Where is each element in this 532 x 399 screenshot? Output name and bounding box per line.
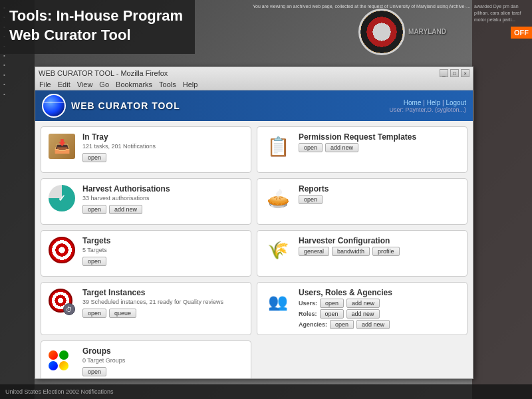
- in-tray-body: In Tray 121 tasks, 201 Notifications ope…: [82, 132, 244, 162]
- targets-actions[interactable]: open: [82, 257, 244, 266]
- wct-header: WEB CURATOR TOOL Home | Help | Logout Us…: [35, 90, 473, 121]
- cards-grid: 📥 In Tray 121 tasks, 201 Notifications o…: [41, 126, 467, 378]
- browser-title-bar: WEB CURATOR TOOL - Mozilla Firefox _ □ ×: [35, 67, 473, 79]
- top-notice: You are viewing an archived web page, co…: [253, 4, 471, 9]
- title-overlay: Tools: In-House Program Web Curator Tool: [0, 0, 195, 54]
- permission-addnew-button[interactable]: add new: [325, 143, 358, 152]
- browser-controls[interactable]: _ □ ×: [440, 69, 469, 77]
- users-open-button[interactable]: open: [320, 299, 344, 308]
- permission-title: Permission Request Templates: [299, 132, 460, 142]
- reports-title: Reports: [299, 184, 460, 194]
- maximize-button[interactable]: □: [450, 69, 459, 77]
- users-icon: 👥: [264, 288, 292, 316]
- harvest-auth-body: Harvest Authorisations 33 harvest author…: [82, 184, 244, 214]
- agencies-open-button[interactable]: open: [330, 320, 354, 329]
- harvest-auth-title: Harvest Authorisations: [82, 184, 244, 194]
- minimize-button[interactable]: _: [440, 69, 448, 77]
- sidebar-right-text: awarded Dye pm dan pilihan. cara alion t…: [474, 3, 530, 23]
- targets-open-button[interactable]: open: [82, 257, 106, 266]
- in-tray-title: In Tray: [82, 132, 244, 142]
- targets-body: Targets 5 Targets open: [82, 236, 244, 266]
- menu-file[interactable]: File: [39, 80, 51, 88]
- target-instances-subtitle: 39 Scheduled instances, 21 ready for Qua…: [82, 299, 244, 305]
- close-button[interactable]: ×: [461, 69, 469, 77]
- targets-icon: [48, 236, 76, 264]
- agencies-row[interactable]: Agencies: open add new: [299, 320, 460, 329]
- card-harvester-config: 🌾 Harvester Configuration general bandwi…: [257, 230, 467, 277]
- users-title: Users, Roles & Agencies: [299, 288, 460, 297]
- wct-globe-icon: [42, 94, 66, 118]
- reports-actions[interactable]: open: [299, 195, 460, 204]
- card-groups: Groups 0 Target Groups open: [41, 340, 251, 378]
- roles-open-button[interactable]: open: [320, 309, 344, 319]
- wct-logo-area: WEB CURATOR TOOL: [42, 94, 180, 118]
- harvest-auth-addnew-button[interactable]: add new: [109, 205, 142, 214]
- reports-open-button[interactable]: open: [299, 195, 323, 204]
- target-instances-actions[interactable]: open queue: [82, 309, 244, 318]
- wct-content[interactable]: 📥 In Tray 121 tasks, 201 Notifications o…: [35, 121, 473, 378]
- permission-open-button[interactable]: open: [299, 143, 323, 152]
- harvester-profile-button[interactable]: profile: [372, 247, 400, 256]
- page-title: Tools: In-House Program Web Curator Tool: [9, 7, 183, 45]
- bottom-bar: United States Election 2002 Notification…: [0, 384, 532, 399]
- menu-view[interactable]: View: [77, 80, 93, 88]
- users-rows: Users: open add new Roles: open add new …: [299, 299, 460, 329]
- off-badge: OFF: [511, 27, 532, 39]
- harvester-actions[interactable]: general bandwidth profile: [299, 247, 460, 256]
- groups-actions[interactable]: open: [82, 367, 244, 376]
- roles-label: Roles:: [299, 311, 317, 317]
- target-instances-open-button[interactable]: open: [82, 309, 106, 318]
- logo-area: MARYLAND: [336, 3, 469, 60]
- harvester-title: Harvester Configuration: [299, 236, 460, 245]
- harvester-bandwidth-button[interactable]: bandwidth: [332, 247, 370, 256]
- reports-icon: 🥧: [264, 184, 292, 212]
- card-targets: Targets 5 Targets open: [41, 230, 251, 277]
- users-body: Users, Roles & Agencies Users: open add …: [299, 288, 460, 329]
- harvester-body: Harvester Configuration general bandwidt…: [299, 236, 460, 256]
- groups-subtitle: 0 Target Groups: [82, 357, 244, 364]
- menu-go[interactable]: Go: [99, 80, 109, 88]
- users-row[interactable]: Users: open add new: [299, 299, 460, 308]
- target-instances-title: Target Instances: [82, 288, 244, 297]
- browser-menubar[interactable]: File Edit View Go Bookmarks Tools Help: [35, 79, 473, 90]
- browser-window: WEB CURATOR TOOL - Mozilla Firefox _ □ ×…: [35, 66, 473, 379]
- agencies-addnew-button[interactable]: add new: [356, 320, 390, 329]
- menu-bookmarks[interactable]: Bookmarks: [116, 80, 152, 88]
- logout-link[interactable]: Logout: [446, 99, 466, 106]
- menu-tools[interactable]: Tools: [159, 80, 176, 88]
- browser-chrome: WEB CURATOR TOOL - Mozilla Firefox _ □ ×…: [35, 67, 473, 90]
- target-instances-queue-button[interactable]: queue: [109, 309, 136, 318]
- wct-nav-links[interactable]: Home | Help | Logout: [389, 99, 466, 106]
- card-users-roles: 👥 Users, Roles & Agencies Users: open ad…: [257, 282, 467, 335]
- roles-row[interactable]: Roles: open add new: [299, 309, 460, 319]
- targets-title: Targets: [82, 236, 244, 245]
- card-in-tray: 📥 In Tray 121 tasks, 201 Notifications o…: [41, 126, 251, 173]
- sidebar-right: awarded Dye pm dan pilihan. cara alion t…: [472, 0, 532, 399]
- roles-addnew-button[interactable]: add new: [346, 309, 380, 319]
- harvester-general-button[interactable]: general: [299, 247, 329, 256]
- wct-user-info: User: Paynter,D. (sygloton...): [389, 106, 466, 113]
- in-tray-actions[interactable]: open: [82, 153, 244, 162]
- help-link[interactable]: Help: [427, 99, 441, 106]
- permission-icon: 📋: [264, 132, 292, 160]
- groups-title: Groups: [82, 346, 244, 356]
- users-addnew-button[interactable]: add new: [346, 299, 380, 308]
- target-instances-body: Target Instances 39 Scheduled instances,…: [82, 288, 244, 318]
- card-reports: 🥧 Reports open: [257, 178, 467, 225]
- groups-open-button[interactable]: open: [82, 367, 106, 376]
- users-label: Users:: [299, 300, 317, 307]
- menu-help[interactable]: Help: [183, 80, 198, 88]
- target-instances-icon: ⏱: [48, 288, 76, 316]
- harvest-auth-open-button[interactable]: open: [82, 205, 106, 214]
- menu-edit[interactable]: Edit: [58, 80, 70, 88]
- in-tray-open-button[interactable]: open: [82, 153, 106, 162]
- browser-title-text: WEB CURATOR TOOL - Mozilla Firefox: [39, 69, 168, 77]
- groups-body: Groups 0 Target Groups open: [82, 346, 244, 376]
- harvest-auth-actions[interactable]: open add new: [82, 205, 244, 214]
- in-tray-subtitle: 121 tasks, 201 Notifications: [82, 143, 244, 150]
- home-link[interactable]: Home: [404, 99, 422, 106]
- permission-body: Permission Request Templates open add ne…: [299, 132, 460, 152]
- groups-icon: [48, 346, 76, 374]
- bottom-bar-text: United States Election 2002 Notification…: [5, 388, 114, 395]
- permission-actions[interactable]: open add new: [299, 143, 460, 152]
